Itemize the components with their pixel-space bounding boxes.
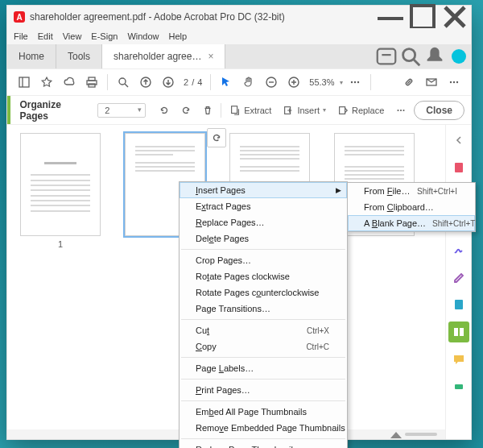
hand-tool-icon[interactable] [238,72,259,93]
organize-more-icon[interactable] [392,101,409,120]
page-select-dropdown[interactable]: 2 [97,103,146,118]
menu-window[interactable]: Window [127,31,159,41]
organize-accent [7,96,10,124]
svg-rect-0 [378,17,403,20]
menu-help[interactable]: Help [169,31,188,41]
rail-create-pdf-icon[interactable] [448,157,469,178]
svg-point-18 [453,81,455,83]
replace-label: Replace [352,106,384,115]
rail-request-sign-icon[interactable] [448,239,469,260]
selection-cursor-icon[interactable] [216,72,237,93]
tab-document-close-icon[interactable]: × [208,51,213,62]
svg-point-15 [357,81,358,83]
insert-pages-submenu: From File… Shift+Ctrl+I From Clipboard… … [347,182,476,232]
search-icon[interactable] [398,44,423,68]
rail-scan-icon[interactable] [448,376,469,397]
acrobat-app-icon: A [14,11,25,23]
svg-rect-31 [454,328,458,336]
ctx-remove-embedded[interactable]: Remove Embedded Page Thumbnails [180,420,347,436]
svg-rect-33 [455,384,463,389]
organize-close-button[interactable]: Close [414,101,464,120]
more-tools-icon[interactable] [345,72,365,93]
rotate-ccw-icon[interactable] [155,101,172,120]
insert-dropdown-icon: ▾ [323,106,326,114]
ctx-page-labels[interactable]: Page Labels… [180,360,347,376]
context-menu: Insert Pages ▶ Extract Pages Replace Pag… [179,181,348,448]
sub-blank-page[interactable]: A Blank Page… Shift+Ctrl+T [348,215,475,231]
ctx-crop-pages[interactable]: Crop Pages… [180,252,347,268]
zoom-in-icon[interactable] [283,72,304,93]
rotate-cw-icon[interactable] [177,101,194,120]
replace-button[interactable]: Replace [334,105,387,116]
svg-point-3 [403,49,415,61]
ctx-reduce-thumbs[interactable]: Reduce Page Thumbnails [180,442,347,448]
svg-point-19 [456,81,458,83]
zoom-out-icon[interactable] [261,72,282,93]
submenu-arrow-icon: ▶ [336,186,341,194]
extract-button[interactable]: Extract [226,105,275,116]
rail-organize-pages-icon[interactable] [448,321,469,342]
cloud-icon[interactable] [59,72,80,93]
rail-export-pdf-icon[interactable] [448,294,469,315]
ctx-embed-thumbnails[interactable]: Embed All Page Thumbnails [180,404,347,420]
ctx-delete-pages[interactable]: Delete Pages [180,230,347,247]
insert-button[interactable]: Insert ▾ [279,105,329,116]
tab-home[interactable]: Home [7,44,56,68]
page-down-icon[interactable] [158,72,179,93]
menu-esign[interactable]: E-Sign [91,31,118,41]
avatar[interactable] [447,44,471,68]
thumbnail-rotate-icon[interactable] [207,128,226,147]
svg-point-24 [400,109,402,110]
ctx-replace-pages[interactable]: Replace Pages… [180,214,347,230]
svg-point-17 [450,81,452,83]
organize-title: Organize Pages [20,99,84,122]
svg-rect-7 [89,84,95,87]
minimize-button[interactable] [374,6,407,28]
svg-point-13 [350,81,352,83]
rail-comment-icon[interactable] [448,349,469,370]
sub-from-clipboard[interactable]: From Clipboard… [348,199,475,215]
svg-rect-20 [232,106,237,113]
share-link-icon[interactable] [398,72,419,93]
maximize-button[interactable] [407,6,439,28]
star-icon[interactable] [36,72,57,93]
zoom-dropdown-icon[interactable]: ▾ [340,79,343,86]
tab-strip: Home Tools shareholder agree… × [7,44,471,68]
svg-rect-32 [460,328,464,336]
menu-file[interactable]: File [14,31,28,41]
menu-view[interactable]: View [63,31,82,41]
main-toolbar: 2 / 4 55.3% ▾ [7,68,471,96]
ctx-rotate-ccw[interactable]: Rotate Pages counterclockwise [180,284,347,301]
share-email-icon[interactable] [421,72,442,93]
tab-tools[interactable]: Tools [56,44,102,68]
close-window-button[interactable] [439,6,471,28]
ctx-rotate-cw[interactable]: Rotate Pages clockwise [180,268,347,284]
menu-edit[interactable]: Edit [38,31,53,41]
zoom-marquee-icon[interactable] [113,72,134,93]
delete-page-icon[interactable] [199,101,216,120]
extract-label: Extract [244,106,271,115]
quick-tools-icon[interactable] [374,44,398,68]
sidebar-toggle-icon[interactable] [14,72,35,93]
thumbnail-page-1[interactable]: 1 [15,133,105,249]
zoom-level[interactable]: 55.3% [309,77,334,87]
print-icon[interactable] [81,72,102,93]
ctx-insert-pages[interactable]: Insert Pages ▶ [180,182,347,198]
svg-rect-26 [455,163,463,172]
ctx-copy[interactable]: CopyCtrl+C [180,338,347,355]
svg-rect-30 [455,300,463,309]
rail-expand-icon[interactable] [448,130,469,151]
rail-fill-sign-icon[interactable] [448,267,469,288]
ctx-print-pages[interactable]: Print Pages… [180,382,347,398]
notifications-icon[interactable] [423,44,447,68]
page-indicator[interactable]: 2 / 4 [184,77,202,87]
ctx-extract-pages[interactable]: Extract Pages [180,198,347,214]
share-menu-icon[interactable] [444,72,464,93]
page-up-icon[interactable] [135,72,156,93]
svg-point-23 [397,109,398,110]
sub-from-file[interactable]: From File… Shift+Ctrl+I [348,183,475,199]
ctx-page-transitions[interactable]: Page Transitions… [180,301,347,317]
tab-document[interactable]: shareholder agree… × [102,44,225,68]
svg-point-25 [402,109,404,110]
ctx-cut[interactable]: CutCtrl+X [180,322,347,338]
